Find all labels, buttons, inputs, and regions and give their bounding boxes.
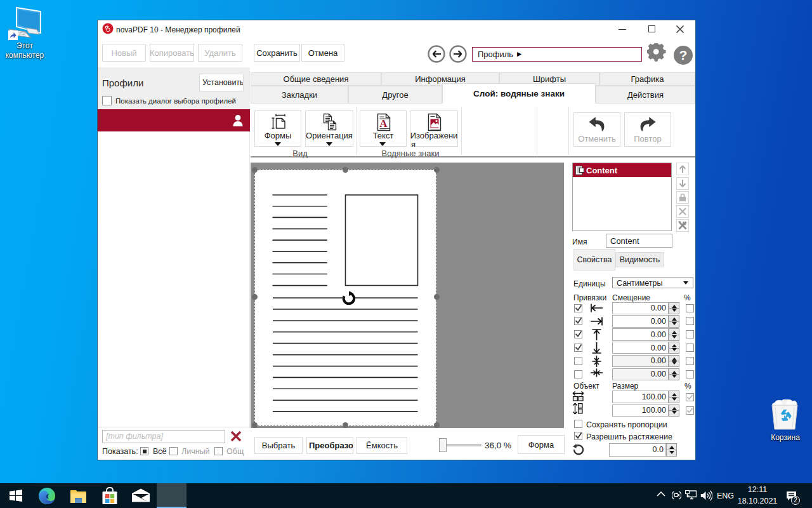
svg-text:A: A bbox=[379, 117, 388, 130]
